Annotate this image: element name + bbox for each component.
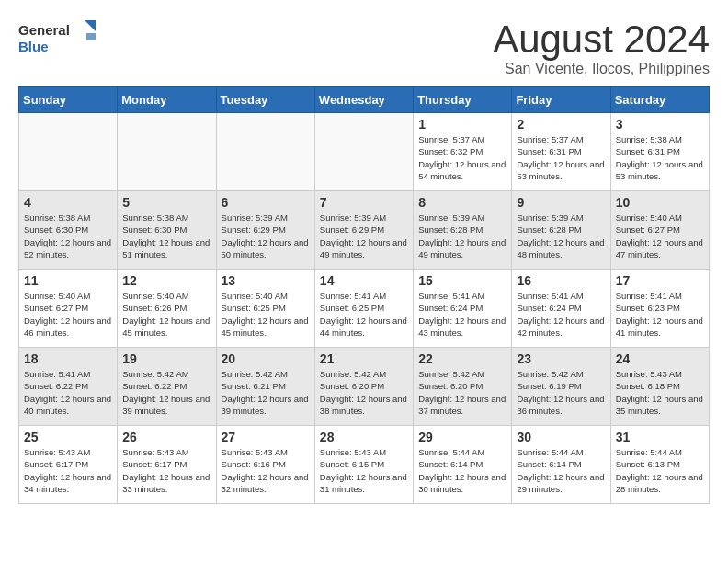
- day-info: Sunrise: 5:37 AMSunset: 6:32 PMDaylight:…: [418, 133, 506, 182]
- calendar-cell: 15Sunrise: 5:41 AMSunset: 6:24 PMDayligh…: [414, 270, 512, 348]
- week-row-3: 11Sunrise: 5:40 AMSunset: 6:27 PMDayligh…: [19, 270, 710, 348]
- calendar-cell: [19, 113, 118, 191]
- weekday-header-thursday: Thursday: [414, 87, 512, 113]
- logo-svg: General Blue: [18, 18, 101, 57]
- calendar-cell: 7Sunrise: 5:39 AMSunset: 6:29 PMDaylight…: [314, 191, 413, 270]
- day-number: 4: [24, 195, 112, 210]
- day-info: Sunrise: 5:42 AMSunset: 6:21 PMDaylight:…: [222, 368, 310, 417]
- day-info: Sunrise: 5:38 AMSunset: 6:30 PMDaylight:…: [24, 212, 112, 260]
- calendar-cell: 6Sunrise: 5:39 AMSunset: 6:29 PMDaylight…: [216, 191, 314, 270]
- calendar-cell: 16Sunrise: 5:41 AMSunset: 6:24 PMDayligh…: [512, 270, 610, 348]
- day-number: 7: [320, 195, 408, 210]
- calendar-cell: 17Sunrise: 5:41 AMSunset: 6:23 PMDayligh…: [610, 270, 709, 348]
- day-number: 11: [24, 273, 112, 288]
- day-info: Sunrise: 5:37 AMSunset: 6:31 PMDaylight:…: [517, 133, 605, 182]
- day-info: Sunrise: 5:43 AMSunset: 6:17 PMDaylight:…: [24, 446, 112, 495]
- day-info: Sunrise: 5:38 AMSunset: 6:30 PMDaylight:…: [122, 212, 210, 260]
- day-number: 14: [320, 273, 408, 288]
- day-number: 6: [222, 195, 310, 210]
- weekday-header-sunday: Sunday: [19, 87, 118, 113]
- day-number: 31: [616, 430, 704, 444]
- svg-text:Blue: Blue: [18, 39, 49, 54]
- day-info: Sunrise: 5:43 AMSunset: 6:16 PMDaylight:…: [222, 446, 310, 495]
- day-info: Sunrise: 5:44 AMSunset: 6:14 PMDaylight:…: [418, 446, 506, 495]
- calendar-cell: [314, 113, 413, 191]
- day-info: Sunrise: 5:39 AMSunset: 6:29 PMDaylight:…: [320, 212, 408, 260]
- day-info: Sunrise: 5:41 AMSunset: 6:25 PMDaylight:…: [320, 290, 408, 339]
- day-info: Sunrise: 5:40 AMSunset: 6:27 PMDaylight:…: [616, 212, 704, 260]
- calendar-cell: 10Sunrise: 5:40 AMSunset: 6:27 PMDayligh…: [610, 191, 709, 270]
- calendar-cell: 4Sunrise: 5:38 AMSunset: 6:30 PMDaylight…: [19, 191, 118, 270]
- calendar-subtitle: San Vicente, Ilocos, Philippines: [493, 61, 710, 77]
- weekday-header-tuesday: Tuesday: [216, 87, 314, 113]
- calendar-cell: 31Sunrise: 5:44 AMSunset: 6:13 PMDayligh…: [610, 426, 709, 504]
- calendar-cell: 26Sunrise: 5:43 AMSunset: 6:17 PMDayligh…: [118, 426, 216, 504]
- calendar-cell: 3Sunrise: 5:38 AMSunset: 6:31 PMDaylight…: [610, 113, 709, 191]
- day-number: 29: [418, 430, 506, 444]
- calendar-cell: 2Sunrise: 5:37 AMSunset: 6:31 PMDaylight…: [512, 113, 610, 191]
- day-number: 1: [418, 117, 506, 132]
- week-row-4: 18Sunrise: 5:41 AMSunset: 6:22 PMDayligh…: [19, 348, 710, 426]
- weekday-header-saturday: Saturday: [610, 87, 709, 113]
- day-info: Sunrise: 5:43 AMSunset: 6:17 PMDaylight:…: [122, 446, 210, 495]
- svg-marker-2: [85, 20, 96, 31]
- calendar-cell: 18Sunrise: 5:41 AMSunset: 6:22 PMDayligh…: [19, 348, 118, 426]
- day-number: 16: [517, 273, 605, 288]
- day-number: 8: [418, 195, 506, 210]
- day-number: 20: [222, 351, 310, 366]
- day-info: Sunrise: 5:43 AMSunset: 6:18 PMDaylight:…: [616, 368, 704, 417]
- day-number: 23: [517, 351, 605, 366]
- calendar-cell: 21Sunrise: 5:42 AMSunset: 6:20 PMDayligh…: [314, 348, 413, 426]
- day-info: Sunrise: 5:42 AMSunset: 6:19 PMDaylight:…: [517, 368, 605, 417]
- svg-text:General: General: [18, 22, 70, 38]
- day-number: 3: [616, 117, 704, 132]
- calendar-cell: 24Sunrise: 5:43 AMSunset: 6:18 PMDayligh…: [610, 348, 709, 426]
- day-info: Sunrise: 5:41 AMSunset: 6:22 PMDaylight:…: [24, 368, 112, 417]
- day-number: 17: [616, 273, 704, 288]
- day-info: Sunrise: 5:43 AMSunset: 6:15 PMDaylight:…: [320, 446, 408, 495]
- day-info: Sunrise: 5:39 AMSunset: 6:28 PMDaylight:…: [418, 212, 506, 260]
- day-number: 18: [24, 351, 112, 366]
- page-header: General Blue August 2024 San Vicente, Il…: [18, 18, 710, 77]
- day-number: 2: [517, 117, 605, 132]
- day-number: 24: [616, 351, 704, 366]
- weekday-header-friday: Friday: [512, 87, 610, 113]
- calendar-table: SundayMondayTuesdayWednesdayThursdayFrid…: [18, 86, 710, 504]
- calendar-cell: 30Sunrise: 5:44 AMSunset: 6:14 PMDayligh…: [512, 426, 610, 504]
- day-info: Sunrise: 5:40 AMSunset: 6:25 PMDaylight:…: [222, 290, 310, 339]
- day-info: Sunrise: 5:39 AMSunset: 6:28 PMDaylight:…: [517, 212, 605, 260]
- day-number: 25: [24, 430, 112, 444]
- day-number: 9: [517, 195, 605, 210]
- day-number: 5: [122, 195, 210, 210]
- day-info: Sunrise: 5:41 AMSunset: 6:24 PMDaylight:…: [418, 290, 506, 339]
- calendar-cell: 22Sunrise: 5:42 AMSunset: 6:20 PMDayligh…: [414, 348, 512, 426]
- day-info: Sunrise: 5:38 AMSunset: 6:31 PMDaylight:…: [616, 133, 704, 182]
- calendar-cell: 19Sunrise: 5:42 AMSunset: 6:22 PMDayligh…: [118, 348, 216, 426]
- calendar-cell: 11Sunrise: 5:40 AMSunset: 6:27 PMDayligh…: [19, 270, 118, 348]
- calendar-cell: 28Sunrise: 5:43 AMSunset: 6:15 PMDayligh…: [314, 426, 413, 504]
- calendar-cell: 14Sunrise: 5:41 AMSunset: 6:25 PMDayligh…: [314, 270, 413, 348]
- calendar-cell: 23Sunrise: 5:42 AMSunset: 6:19 PMDayligh…: [512, 348, 610, 426]
- weekday-header-wednesday: Wednesday: [314, 87, 413, 113]
- day-number: 12: [122, 273, 210, 288]
- calendar-cell: 29Sunrise: 5:44 AMSunset: 6:14 PMDayligh…: [414, 426, 512, 504]
- day-number: 10: [616, 195, 704, 210]
- logo: General Blue: [18, 18, 101, 57]
- day-number: 30: [517, 430, 605, 444]
- day-info: Sunrise: 5:40 AMSunset: 6:26 PMDaylight:…: [122, 290, 210, 339]
- day-number: 15: [418, 273, 506, 288]
- day-info: Sunrise: 5:41 AMSunset: 6:24 PMDaylight:…: [517, 290, 605, 339]
- day-number: 26: [122, 430, 210, 444]
- weekday-header-row: SundayMondayTuesdayWednesdayThursdayFrid…: [19, 87, 710, 113]
- day-number: 22: [418, 351, 506, 366]
- day-number: 28: [320, 430, 408, 444]
- calendar-cell: 5Sunrise: 5:38 AMSunset: 6:30 PMDaylight…: [118, 191, 216, 270]
- day-info: Sunrise: 5:40 AMSunset: 6:27 PMDaylight:…: [24, 290, 112, 339]
- calendar-cell: 12Sunrise: 5:40 AMSunset: 6:26 PMDayligh…: [118, 270, 216, 348]
- title-area: August 2024 San Vicente, Ilocos, Philipp…: [493, 18, 710, 77]
- calendar-cell: [118, 113, 216, 191]
- day-number: 19: [122, 351, 210, 366]
- svg-marker-3: [86, 33, 96, 40]
- day-number: 27: [222, 430, 310, 444]
- calendar-cell: 27Sunrise: 5:43 AMSunset: 6:16 PMDayligh…: [216, 426, 314, 504]
